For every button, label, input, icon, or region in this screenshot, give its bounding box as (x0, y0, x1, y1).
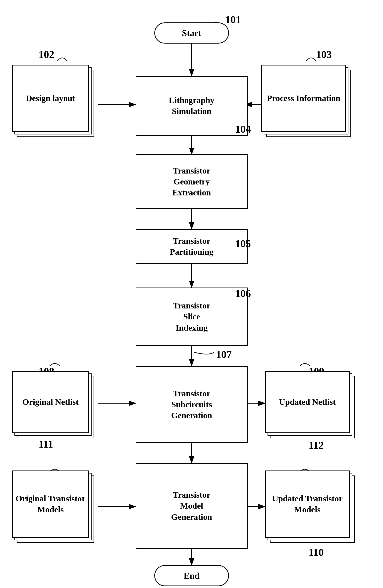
transistor-sub-label: Transistor Subcircuits Generation (171, 388, 212, 421)
transistor-geo-node: Transistor Geometry Extraction (136, 154, 248, 209)
transistor-slice-label: Transistor Slice Indexing (173, 300, 210, 333)
original-transistor-label: Original Transistor Models (13, 493, 88, 515)
end-node: End (154, 565, 229, 586)
original-transistor-doc: Original Transistor Models (12, 470, 99, 548)
updated-netlist-doc: Updated Netlist (265, 371, 360, 443)
transistor-part-node: Transistor Partitioning (136, 229, 248, 264)
ref-105: 105 (235, 238, 251, 250)
process-info-doc: Process Information (261, 65, 356, 144)
original-netlist-doc: Original Netlist (12, 371, 99, 443)
ref-112: 112 (309, 439, 324, 451)
ref-107: 107 (216, 349, 232, 360)
design-layout-doc: Design layout (12, 65, 99, 144)
transistor-geo-label: Transistor Geometry Extraction (172, 165, 211, 198)
end-label: End (184, 571, 200, 581)
design-layout-label: Design layout (26, 93, 75, 104)
original-netlist-label: Original Netlist (22, 397, 79, 408)
transistor-sub-node: Transistor Subcircuits Generation (136, 366, 248, 443)
updated-transistor-label: Updated Transistor Models (266, 493, 349, 515)
transistor-part-label: Transistor Partitioning (170, 235, 214, 257)
transistor-slice-node: Transistor Slice Indexing (136, 288, 248, 346)
litho-sim-node: Lithography Simulation (136, 76, 248, 136)
ref-110: 110 (309, 546, 324, 558)
process-info-label: Process Information (267, 93, 340, 104)
ref-111: 111 (39, 438, 53, 450)
updated-transistor-doc: Updated Transistor Models (265, 470, 360, 548)
ref-103: 103 (316, 49, 332, 60)
transistor-model-gen-label: Transistor Model Generation (171, 489, 212, 523)
transistor-model-gen-node: Transistor Model Generation (136, 463, 248, 549)
ref-101: 101 (225, 14, 241, 26)
start-label: Start (182, 28, 201, 38)
ref-104: 104 (235, 123, 251, 135)
litho-sim-label: Lithography Simulation (169, 95, 214, 117)
start-node: Start (154, 22, 229, 44)
diagram-container: Start 101 102 103 Design layout Lithogra… (0, 0, 383, 588)
updated-netlist-label: Updated Netlist (279, 397, 336, 408)
ref-106: 106 (235, 288, 251, 299)
ref-102: 102 (39, 49, 54, 60)
